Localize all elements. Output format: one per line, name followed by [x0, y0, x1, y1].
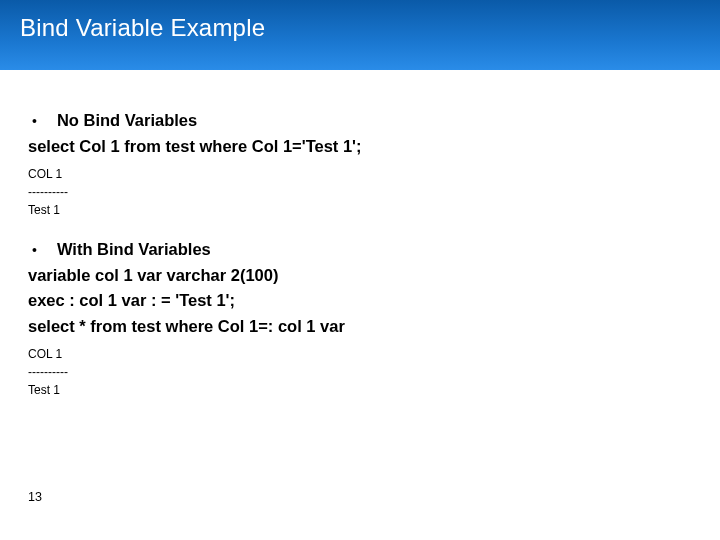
output-value: Test 1: [28, 201, 692, 219]
with-bind-select: select * from test where Col 1=: col 1 v…: [28, 314, 692, 340]
bullet-dot-icon: •: [32, 242, 37, 258]
output-separator: ----------: [28, 183, 692, 201]
slide: Bind Variable Example • No Bind Variable…: [0, 0, 720, 540]
bullet-no-bind: • No Bind Variables: [28, 108, 692, 134]
bullet-with-bind: • With Bind Variables: [28, 237, 692, 263]
with-bind-var: variable col 1 var varchar 2(100): [28, 263, 692, 289]
output-col-header: COL 1: [28, 345, 692, 363]
output-col-header: COL 1: [28, 165, 692, 183]
bullet-no-bind-label: No Bind Variables: [57, 108, 197, 134]
slide-header: Bind Variable Example: [0, 0, 720, 70]
bullet-with-bind-label: With Bind Variables: [57, 237, 211, 263]
with-bind-output: COL 1 ---------- Test 1: [28, 345, 692, 399]
slide-title: Bind Variable Example: [20, 14, 700, 42]
output-value: Test 1: [28, 381, 692, 399]
no-bind-query: select Col 1 from test where Col 1='Test…: [28, 134, 692, 160]
no-bind-output: COL 1 ---------- Test 1: [28, 165, 692, 219]
output-separator: ----------: [28, 363, 692, 381]
page-number: 13: [28, 490, 42, 504]
with-bind-exec: exec : col 1 var : = 'Test 1';: [28, 288, 692, 314]
slide-body: • No Bind Variables select Col 1 from te…: [0, 70, 720, 399]
bullet-dot-icon: •: [32, 113, 37, 129]
